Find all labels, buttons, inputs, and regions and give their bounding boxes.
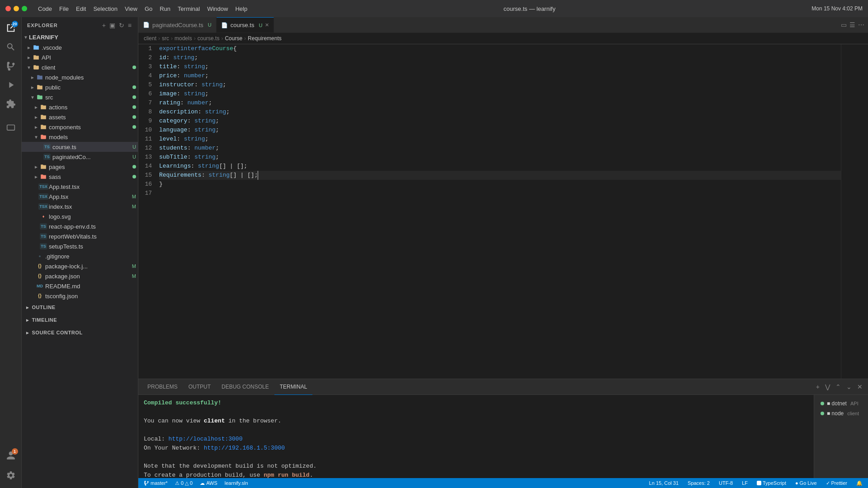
- code-line-10: language: string;: [159, 126, 841, 135]
- code-editor[interactable]: 1234567891011121314151617 export interfa…: [138, 44, 868, 379]
- terminal-up-icon[interactable]: ⌃: [834, 382, 843, 391]
- modified-badge: M: [132, 273, 136, 279]
- tab-output[interactable]: OUTPUT: [183, 379, 216, 395]
- cloud-status[interactable]: ☁ AWS: [198, 478, 219, 488]
- breadcrumb-requirements[interactable]: Requirements: [248, 35, 282, 42]
- run-icon[interactable]: [2, 76, 20, 94]
- learnify-root[interactable]: ▼ LEARNIFY: [22, 32, 138, 42]
- close-button[interactable]: [5, 6, 11, 11]
- new-file-icon[interactable]: +: [101, 21, 107, 30]
- remote-icon[interactable]: [2, 119, 20, 137]
- tree-item-API[interactable]: ►API: [22, 52, 138, 62]
- minimize-button[interactable]: [14, 6, 19, 11]
- tree-item-App-tsx[interactable]: ►TSXApp.tsxM: [22, 192, 138, 202]
- cursor-position[interactable]: Ln 15, Col 31: [647, 478, 680, 488]
- tree-item--vscode[interactable]: ►.vscode: [22, 42, 138, 52]
- tree-item-logo-svg[interactable]: ►♦logo.svg: [22, 211, 138, 221]
- tab-terminal[interactable]: TERMINAL: [274, 379, 313, 395]
- tree-item-reportWebVitals-ts[interactable]: ►TSreportWebVitals.ts: [22, 231, 138, 241]
- tree-item-App-test-tsx[interactable]: ►TSXApp.test.tsx: [22, 182, 138, 192]
- maximize-button[interactable]: [22, 6, 27, 11]
- tree-item-react-app-env-d-ts[interactable]: ►TSreact-app-env.d.ts: [22, 221, 138, 231]
- language-mode[interactable]: TypeScript: [755, 478, 788, 488]
- tree-item-sass[interactable]: ►sass: [22, 172, 138, 182]
- refresh-icon[interactable]: ↻: [118, 21, 125, 30]
- code-line-5: instructor: string;: [159, 80, 841, 89]
- terminal-down-icon[interactable]: ⌄: [844, 382, 854, 391]
- tree-item-pages[interactable]: ►pages: [22, 162, 138, 172]
- tree-item-package-json[interactable]: ►{}package.jsonM: [22, 271, 138, 281]
- menu-terminal[interactable]: Terminal: [178, 5, 200, 12]
- terminal-close-icon[interactable]: ✕: [855, 382, 864, 391]
- menu-help[interactable]: Help: [235, 5, 247, 12]
- account-icon[interactable]: 1: [2, 446, 20, 465]
- tree-item-actions[interactable]: ►actions: [22, 102, 138, 112]
- notification-bell[interactable]: 🔔: [854, 478, 864, 488]
- tree-item--gitignore[interactable]: ►●.gitignore: [22, 251, 138, 261]
- search-icon[interactable]: [2, 38, 20, 56]
- menu-file[interactable]: File: [59, 5, 69, 12]
- explorer-icon[interactable]: 20: [2, 19, 20, 37]
- terminal-output[interactable]: Compiled successfully! You can now view …: [138, 395, 814, 478]
- tab-course[interactable]: 📄 course.ts U ✕: [217, 17, 274, 33]
- tree-item-client[interactable]: ▼client: [22, 62, 138, 72]
- tree-item-README-md[interactable]: ►MDREADME.md: [22, 281, 138, 291]
- menu-run[interactable]: Run: [160, 5, 170, 12]
- folder-open-icon: [36, 94, 43, 101]
- collapse-icon[interactable]: ≡: [127, 21, 132, 30]
- source-control-header[interactable]: ► SOURCE CONTROL: [22, 326, 138, 339]
- sln-status[interactable]: learnify.sln: [223, 478, 250, 488]
- tab-problems[interactable]: PROBLEMS: [142, 379, 183, 395]
- timeline-header[interactable]: ► TIMELINE: [22, 314, 138, 326]
- menu-window[interactable]: Window: [207, 5, 228, 12]
- new-terminal-icon[interactable]: +: [814, 382, 821, 391]
- breadcrumb-models[interactable]: models: [175, 35, 192, 42]
- encoding-status[interactable]: UTF-8: [717, 478, 735, 488]
- menu-code[interactable]: Code: [38, 5, 52, 12]
- menu-view[interactable]: View: [125, 5, 137, 12]
- new-folder-icon[interactable]: ▣: [108, 21, 116, 30]
- breadcrumb-file[interactable]: course.ts: [198, 35, 220, 42]
- editor-area: 📄 paginatedCourse.ts U 📄 course.ts U ✕ ▭…: [138, 17, 868, 488]
- tree-item-setupTests-ts[interactable]: ►TSsetupTests.ts: [22, 241, 138, 251]
- split-terminal-icon[interactable]: ⋁: [823, 382, 832, 391]
- editor-layout-icon[interactable]: ☰: [849, 21, 855, 28]
- tab-paginated-course[interactable]: 📄 paginatedCourse.ts U: [138, 17, 217, 33]
- tree-item-models[interactable]: ▼models: [22, 132, 138, 142]
- tree-item-public[interactable]: ►public: [22, 82, 138, 92]
- menu-edit[interactable]: Edit: [76, 5, 86, 12]
- outline-header[interactable]: ► OUTLINE: [22, 301, 138, 314]
- tree-item-paginatedCo---[interactable]: ►TSpaginatedCo...U: [22, 152, 138, 162]
- breadcrumb-src[interactable]: src: [162, 35, 169, 42]
- tree-item-tsconfig-json[interactable]: ►{}tsconfig.json: [22, 291, 138, 301]
- errors-status[interactable]: ⚠ 0 △ 0: [173, 478, 194, 488]
- git-branch-status[interactable]: master*: [142, 478, 170, 488]
- breadcrumb-client[interactable]: client: [144, 35, 156, 42]
- go-live-status[interactable]: ● Go Live: [793, 478, 819, 488]
- tree-item-index-tsx[interactable]: ►TSXindex.tsxM: [22, 202, 138, 211]
- eol-status[interactable]: LF: [740, 478, 750, 488]
- more-actions-icon[interactable]: ⋯: [858, 21, 864, 28]
- extensions-icon[interactable]: [2, 95, 20, 113]
- terminal-instance-node[interactable]: ■ node client: [818, 408, 864, 418]
- code-content[interactable]: export interface Course { id: string; ti…: [159, 44, 841, 379]
- prettier-status[interactable]: ✓ Prettier: [824, 478, 849, 488]
- source-control-icon[interactable]: [2, 57, 20, 75]
- menu-selection[interactable]: Selection: [93, 5, 117, 12]
- terminal-instance-dotnet[interactable]: ■ dotnet API: [818, 399, 864, 408]
- tab-debug-console[interactable]: DEBUG CONSOLE: [216, 379, 274, 395]
- folder-chevron: ▼: [29, 94, 36, 101]
- spaces-status[interactable]: Spaces: 2: [686, 478, 712, 488]
- explorer-badge: 20: [12, 21, 18, 27]
- tree-item-src[interactable]: ▼src: [22, 92, 138, 102]
- tree-item-package-lock-j---[interactable]: ►{}package-lock.j...M: [22, 261, 138, 271]
- settings-icon[interactable]: [2, 466, 20, 484]
- tab-close-icon[interactable]: ✕: [265, 22, 269, 28]
- breadcrumb-course[interactable]: Course: [225, 35, 242, 42]
- tree-item-node_modules[interactable]: ►node_modules: [22, 72, 138, 82]
- tree-item-components[interactable]: ►components: [22, 122, 138, 132]
- tree-item-assets[interactable]: ►assets: [22, 112, 138, 122]
- menu-go[interactable]: Go: [145, 5, 152, 12]
- tree-item-course-ts[interactable]: ►TScourse.tsU: [22, 142, 138, 152]
- split-editor-icon[interactable]: ▭: [841, 21, 847, 28]
